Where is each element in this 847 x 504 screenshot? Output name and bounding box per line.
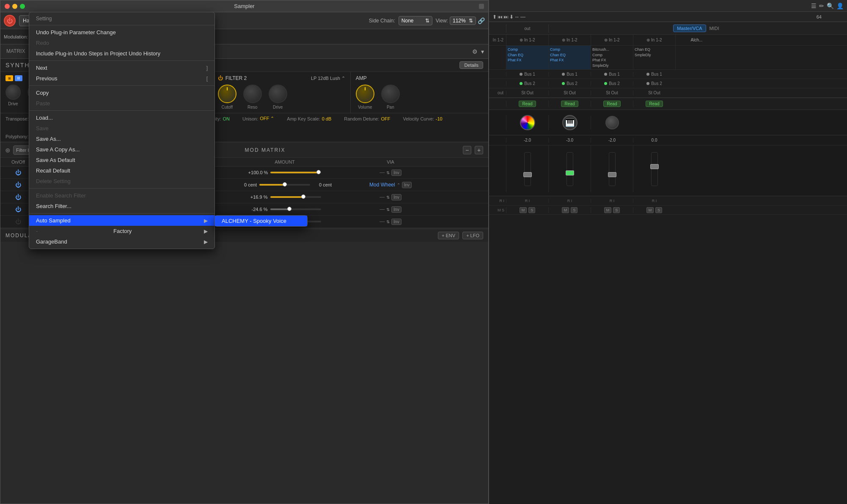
ctx-section-libraries: Auto Sampled ▶ ALCHEMY - Spooky Voice - … <box>29 214 214 249</box>
ctx-copy-label: Copy <box>36 90 49 96</box>
ctx-factory-arrow: ▶ <box>204 228 208 234</box>
ctx-enable-search-label: Enable Search Filter <box>36 192 86 199</box>
ctx-item-enable-search: Enable Search Filter <box>29 190 214 201</box>
ctx-setting-label: Setting <box>36 16 52 22</box>
ctx-section-clipboard: Copy Paste <box>29 86 214 111</box>
ctx-previous-label: Previous <box>36 75 58 82</box>
context-menu: Setting Undo Plug-in Parameter Change Re… <box>29 12 215 249</box>
ctx-item-garageband[interactable]: GarageBand ▶ <box>29 236 214 247</box>
ctx-item-save-default[interactable]: Save As Default <box>29 155 214 165</box>
ctx-item-recall-default[interactable]: Recall Default <box>29 165 214 176</box>
ctx-item-search-filter[interactable]: Search Filter... <box>29 201 214 211</box>
ctx-save-label: Save <box>36 125 49 131</box>
ctx-search-filter-label: Search Filter... <box>36 203 72 209</box>
ctx-item-include-undo[interactable]: Include Plug-in Undo Steps in Project Un… <box>29 48 214 59</box>
ctx-factory-dash: - <box>36 228 38 234</box>
ctx-auto-sampled-label: Auto Sampled <box>36 217 71 224</box>
ctx-recall-default-label: Recall Default <box>36 167 70 174</box>
ctx-paste-label: Paste <box>36 100 50 107</box>
ctx-save-as-label: Save As... <box>36 136 61 142</box>
ctx-section-undo: Undo Plug-in Parameter Change Redo Inclu… <box>29 25 214 61</box>
ctx-item-save: Save <box>29 123 214 134</box>
ctx-previous-shortcut: [ <box>206 76 208 82</box>
ctx-item-setting: Setting <box>29 14 214 23</box>
ctx-section-search: Enable Search Filter Search Filter... <box>29 189 214 214</box>
ctx-item-redo: Redo <box>29 38 214 48</box>
ctx-item-factory[interactable]: - Factory ▶ <box>29 226 214 236</box>
alchemy-spooky-label: ALCHEMY - Spooky Voice <box>222 218 286 224</box>
ctx-delete-setting-label: Delete Setting <box>36 178 71 184</box>
ctx-item-previous[interactable]: Previous [ <box>29 73 214 84</box>
ctx-item-load[interactable]: Load... <box>29 112 214 123</box>
submenu-item-alchemy-spooky[interactable]: ALCHEMY - Spooky Voice <box>215 216 307 226</box>
ctx-section-nav: Next ] Previous [ <box>29 61 214 86</box>
ctx-garageband-label: GarageBand <box>36 238 67 245</box>
ctx-section-setting: Setting <box>29 12 214 25</box>
ctx-item-save-as[interactable]: Save As... <box>29 134 214 144</box>
ctx-item-copy[interactable]: Copy <box>29 88 214 98</box>
ctx-save-default-label: Save As Default <box>36 157 75 163</box>
ctx-undo-label: Undo Plug-in Parameter Change <box>36 29 116 36</box>
context-menu-overlay[interactable]: Setting Undo Plug-in Parameter Change Re… <box>0 0 847 504</box>
ctx-redo-label: Redo <box>36 40 49 46</box>
ctx-section-save: Load... Save Save As... Save A Copy As..… <box>29 111 214 189</box>
ctx-load-label: Load... <box>36 115 53 121</box>
ctx-include-undo-label: Include Plug-in Undo Steps in Project Un… <box>36 50 160 57</box>
ctx-item-delete-setting: Delete Setting <box>29 176 214 186</box>
ctx-auto-sampled-arrow: ▶ <box>204 218 208 224</box>
ctx-item-save-copy[interactable]: Save A Copy As... <box>29 144 214 155</box>
ctx-item-auto-sampled[interactable]: Auto Sampled ▶ ALCHEMY - Spooky Voice <box>29 215 214 226</box>
ctx-item-paste: Paste <box>29 98 214 109</box>
ctx-next-label: Next <box>36 65 47 71</box>
ctx-factory-label: Factory <box>113 228 132 234</box>
ctx-save-copy-label: Save A Copy As... <box>36 146 80 153</box>
ctx-garageband-arrow: ▶ <box>204 239 208 245</box>
ctx-item-next[interactable]: Next ] <box>29 63 214 73</box>
ctx-item-undo[interactable]: Undo Plug-in Parameter Change <box>29 27 214 38</box>
auto-sampled-submenu: ALCHEMY - Spooky Voice <box>214 215 308 227</box>
ctx-next-shortcut: ] <box>206 65 208 71</box>
